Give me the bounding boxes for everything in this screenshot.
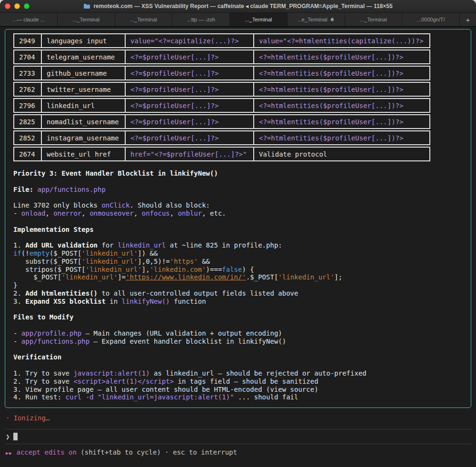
line-number: 2949	[13, 33, 41, 48]
fixed-code: <?=htmlentities($profileUser[...])?>	[253, 98, 430, 113]
folder-icon	[83, 3, 90, 9]
terminal-content: 2949languages inputvalue="<?=capitalize(…	[0, 27, 476, 456]
tab-label: ..._Terminal	[360, 17, 387, 22]
vulnerable-code: href="<?=$profileUser[...]?>"	[125, 147, 253, 161]
report-line: 2. Try to save <script>alert(1)</script>…	[13, 378, 463, 386]
table-row: 2852instagram_username<?=$profileUser[..…	[13, 130, 430, 145]
report-line: Verification	[13, 353, 463, 361]
field-name: instagram_username	[41, 130, 125, 145]
fixed-code: <?=htmlentities($profileUser[...])?>	[253, 114, 430, 129]
terminal-tab[interactable]: ...e_Terminal	[288, 13, 345, 26]
terminal-tab[interactable]: ..._Terminal	[230, 13, 288, 26]
report-line	[13, 218, 463, 226]
fixed-code: <?=htmlentities($profileUser[...])?>	[253, 130, 430, 145]
fixed-code: Validate protocol	[253, 147, 430, 161]
table-row: 2704telegram_username<?=$profileUser[...…	[13, 50, 430, 64]
report-line	[13, 233, 463, 241]
vulnerable-code: <?=$profileUser[...]?>	[125, 98, 253, 113]
prompt-input[interactable]: ❯	[5, 429, 471, 444]
tab-label: ...0000gn/T/	[417, 17, 445, 22]
tab-label: ..._Terminal	[245, 17, 272, 22]
fixed-code: value="<?=htmlentities(capitalize(...))?…	[253, 33, 430, 48]
report-line	[13, 306, 463, 314]
terminal-tab[interactable]: ...ttp — -zsh	[172, 13, 230, 26]
field-name: twitter_username	[41, 82, 125, 97]
report-line: 1. Add URL validation for linkedin_url a…	[13, 241, 463, 249]
terminal-tab[interactable]: ..._Terminal	[58, 13, 115, 26]
report-line: Implementation Steps	[13, 226, 463, 234]
line-number: 2704	[13, 50, 41, 64]
vulnerable-code: value="<?=capitalize(...)?>	[125, 33, 253, 48]
mode-hint: (shift+tab to cycle)	[77, 448, 161, 456]
vulnerable-code: <?=$profileUser[...]?>	[125, 82, 253, 97]
tab-bar: ...— claude ......_Terminal..._Terminal.…	[0, 13, 476, 27]
table-row: 2825nomadlist_username<?=$profileUser[..…	[13, 114, 430, 129]
table-row: 2674website_url hrefhref="<?=$profileUse…	[13, 147, 430, 161]
terminal-tab[interactable]: ..._Terminal	[345, 13, 403, 26]
spinner-status: ·Ionizing…	[6, 414, 471, 422]
vulnerable-code: <?=$profileUser[...]?>	[125, 130, 253, 145]
minimize-button[interactable]	[14, 3, 20, 9]
vulnerable-code: <?=$profileUser[...]?>	[125, 50, 253, 64]
tab-label: ...e_Terminal	[298, 17, 327, 22]
report-line: - app/profile.php — Main changes (URL va…	[13, 329, 463, 338]
line-number: 2674	[13, 147, 41, 161]
new-tab-button[interactable]: +	[460, 13, 476, 26]
tab-label: ..._Terminal	[130, 17, 157, 22]
line-number: 2796	[13, 98, 41, 113]
table-row: 2762twitter_username<?=$profileUser[...]…	[13, 82, 430, 97]
window-title: remoteok.com — XSS Vulnerability Report …	[93, 3, 392, 10]
terminal-tab[interactable]: ...— claude ...	[0, 13, 58, 26]
report-line: if(!empty($_POST['linkedin_url']) &&	[13, 249, 463, 258]
report-line: 3. View profile page — all user content …	[13, 386, 463, 394]
vulnerability-table: 2949languages inputvalue="<?=capitalize(…	[13, 32, 430, 163]
close-button[interactable]	[5, 3, 10, 9]
table-row: 2733github_username<?=$profileUser[...]?…	[13, 66, 430, 80]
traffic-lights	[0, 3, 30, 9]
report-line: $_POST['linkedin_url']='https://www.link…	[13, 273, 463, 281]
table-row: 2796linkedin_url<?=$profileUser[...]?><?…	[13, 98, 430, 113]
line-number: 2825	[13, 114, 41, 129]
report-line: 1. Try to save javascript:alert(1) as li…	[13, 369, 463, 378]
report-line	[13, 193, 463, 201]
field-name: website_url href	[41, 147, 125, 161]
vulnerable-code: <?=$profileUser[...]?>	[125, 114, 253, 129]
tab-label: ...— claude ...	[12, 17, 45, 22]
report-line: Line 3702 only blocks onClick. Should al…	[13, 201, 463, 209]
field-name: nomadlist_username	[41, 114, 125, 129]
field-name: languages input	[41, 33, 125, 48]
report-line	[13, 178, 463, 186]
fixed-code: <?=htmlentities($profileUser[...])?>	[253, 82, 430, 97]
zoom-button[interactable]	[24, 3, 30, 9]
spinner-icon: ·	[6, 414, 10, 422]
terminal-tab[interactable]: ..._Terminal	[115, 13, 173, 26]
report-line	[13, 321, 463, 329]
report-line: 4. Run test: curl -d "linkedin_url=javas…	[13, 393, 463, 401]
spinner-text: Ionizing…	[13, 414, 50, 422]
prompt-symbol: ❯	[6, 433, 10, 440]
title-bar: remoteok.com — XSS Vulnerability Report …	[0, 0, 476, 13]
report-line: }	[13, 281, 463, 289]
line-number: 2762	[13, 82, 41, 97]
report-box: 2949languages inputvalue="<?=capitalize(…	[5, 29, 471, 408]
report-line: 2. Add htmlentities() to all user-contro…	[13, 289, 463, 298]
field-name: github_username	[41, 66, 125, 80]
status-bar: ▶▶ accept edits on (shift+tab to cycle) …	[6, 448, 471, 456]
interrupt-hint: · esc to interrupt	[161, 448, 237, 456]
report-line: File: app/functions.php	[13, 186, 463, 194]
bell-icon	[330, 17, 335, 22]
fixed-code: <?=htmlentities($profileUser[...])?>	[253, 50, 430, 64]
report-line: - app/functions.php — Expand event handl…	[13, 338, 463, 346]
report-line: Priority 3: Event Handler Blocklist in l…	[13, 169, 463, 178]
report-line: - onload, onerror, onmouseover, onfocus,…	[13, 209, 463, 218]
fast-forward-icon: ▶▶	[6, 450, 12, 456]
line-number: 2733	[13, 66, 41, 80]
table-row: 2949languages inputvalue="<?=capitalize(…	[13, 33, 430, 48]
report-line: 3. Expand XSS blocklist in linkifyNew() …	[13, 298, 463, 306]
text-cursor	[13, 433, 18, 440]
tab-label: ...ttp — -zsh	[187, 17, 215, 22]
tab-label: ..._Terminal	[72, 17, 99, 22]
terminal-tab[interactable]: ...0000gn/T/	[402, 13, 460, 26]
report-line: Files to Modify	[13, 313, 463, 321]
terminal-window: { "titlebar": { "title": "remoteok.com —…	[0, 0, 476, 467]
